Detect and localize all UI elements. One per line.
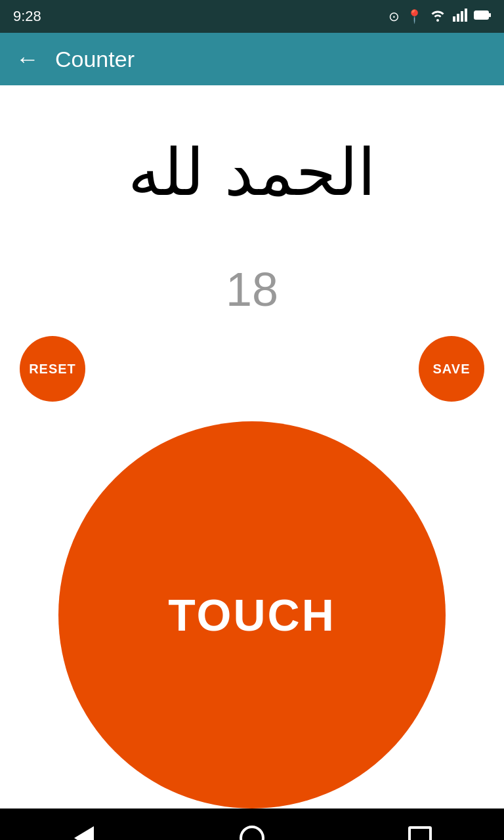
back-nav-icon — [74, 826, 94, 840]
battery-icon — [474, 10, 491, 23]
action-row: RESET SAVE — [13, 336, 491, 402]
app-title: Counter — [55, 47, 135, 72]
recent-nav-icon — [408, 826, 432, 840]
svg-rect-2 — [461, 11, 463, 22]
counter-display: 18 — [226, 262, 278, 316]
touch-button[interactable]: TOUCH — [58, 421, 446, 808]
status-bar: 9:28 ⊙ 📍 — [0, 0, 504, 33]
svg-rect-0 — [453, 16, 455, 22]
wifi-icon — [429, 9, 446, 24]
app-bar: ← Counter — [0, 33, 504, 85]
arabic-text-container: الحمد لله — [104, 105, 400, 249]
svg-rect-5 — [489, 13, 491, 17]
pocket-icon: ⊙ — [388, 9, 400, 24]
status-time: 9:28 — [13, 8, 41, 25]
main-content: الحمد لله 18 RESET SAVE TOUCH — [0, 85, 504, 808]
svg-text:الحمد لله: الحمد لله — [128, 135, 376, 210]
nav-bar — [0, 808, 504, 840]
reset-button[interactable]: RESET — [20, 336, 85, 402]
svg-rect-4 — [474, 11, 488, 19]
nav-home-button[interactable] — [232, 818, 272, 840]
svg-rect-1 — [457, 14, 459, 22]
status-icons: ⊙ 📍 — [388, 9, 491, 24]
back-button[interactable]: ← — [16, 47, 39, 71]
home-nav-icon — [240, 826, 264, 840]
svg-rect-3 — [465, 9, 467, 22]
nav-recent-button[interactable] — [400, 818, 440, 840]
signal-icon — [453, 9, 467, 24]
save-button[interactable]: SAVE — [419, 336, 484, 402]
nav-back-button[interactable] — [64, 818, 104, 840]
arabic-calligraphy: الحمد لله — [104, 105, 400, 249]
location-icon: 📍 — [406, 9, 423, 24]
